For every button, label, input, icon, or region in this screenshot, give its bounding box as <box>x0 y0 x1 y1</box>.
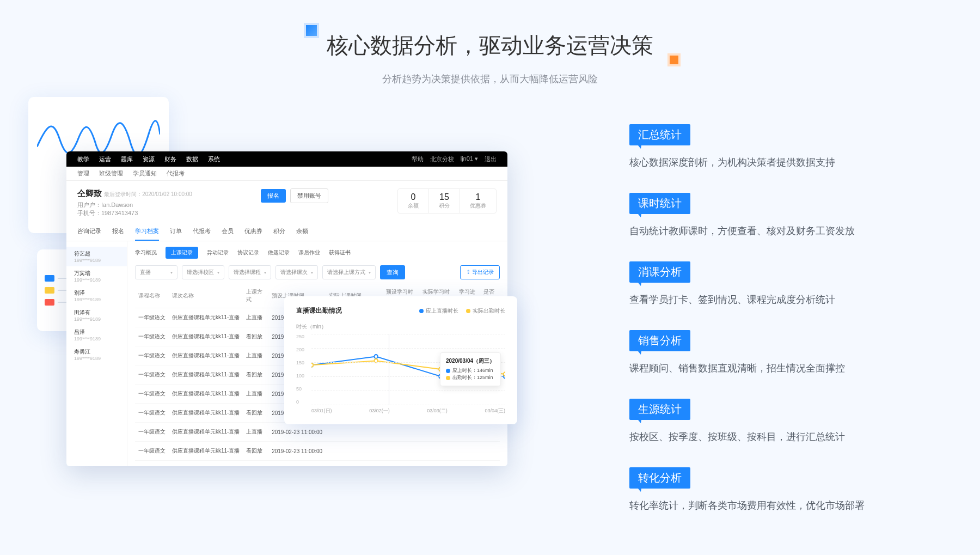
table-cell: 上直播 <box>243 308 268 327</box>
table-cell: 供应直播课程单元kk11-直播 <box>169 385 243 404</box>
table-cell: 一年级语文 <box>135 308 169 327</box>
tab-5[interactable]: 会员 <box>222 223 234 241</box>
tab-2[interactable]: 学习档案 <box>135 223 159 241</box>
table-header: 上课方式 <box>243 284 268 308</box>
table-cell: 供应直播课程单元kk11-直播 <box>169 365 243 385</box>
table-cell: 供应直播课程单元kk11-直播 <box>169 346 243 365</box>
topnav-item[interactable]: 教学 <box>77 155 89 163</box>
feature-desc: 自动统计教师课时，方便查看、核对及财务工资发放 <box>629 224 934 239</box>
subnav-item[interactable]: 学员通知 <box>133 169 157 178</box>
table-cell: 2019-02-23 11:00:00 <box>268 442 326 461</box>
feature-desc: 转化率统计，判断各类市场费用有效性，优化市场部署 <box>629 498 934 513</box>
plot-area: 2020/03/04（周三） 应上时长：146min 出勤时长：125min <box>311 334 505 405</box>
tab-3[interactable]: 订单 <box>170 223 182 241</box>
pill-tab[interactable]: 学习概况 <box>135 249 157 257</box>
tab-8[interactable]: 余额 <box>296 223 308 241</box>
stat-block: 0余额 <box>398 189 429 213</box>
table-header: 课程名称 <box>135 284 169 308</box>
table-cell: 供应直播课程单元kk11-直播 <box>169 423 243 442</box>
feature-tag: 汇总统计 <box>629 124 690 145</box>
pill-tab[interactable]: 做题记录 <box>268 249 290 257</box>
feature-tag: 销售分析 <box>629 330 690 351</box>
sidebar-student[interactable]: 符艺超199****9189 <box>66 247 127 266</box>
disable-account-button[interactable]: 禁用账号 <box>290 188 328 203</box>
profile-row: 仝卿致 最后登录时间：2020/01/02 10:00:00 用户户：Ian.D… <box>66 181 507 223</box>
filter-select[interactable]: 请选择课次 <box>275 265 318 279</box>
table-cell: 供应直播课程单元kk11-直播 <box>169 327 243 346</box>
pill-tab[interactable]: 协议记录 <box>237 249 259 257</box>
table-cell: 看回放 <box>243 404 268 423</box>
table-row[interactable]: 一年级语文供应直播课程单元kk11-直播看回放2019-02-23 11:00:… <box>135 442 500 461</box>
tab-7[interactable]: 积分 <box>273 223 285 241</box>
pill-tab[interactable]: 课后作业 <box>298 249 320 257</box>
table-cell <box>326 423 383 442</box>
sidebar-student[interactable]: 昌泽199****9189 <box>66 325 127 345</box>
hero-title: 核心数据分析，驱动业务运营决策 <box>299 0 681 60</box>
feature-desc: 按校区、按季度、按班级、按科目，进行汇总统计 <box>629 430 934 444</box>
table-cell: 上直播 <box>243 346 268 365</box>
filter-select[interactable]: 请选择上课方式 <box>322 265 376 279</box>
table-cell: 供应直播课程单元kk11-直播 <box>169 308 243 327</box>
subnav-item[interactable]: 代报考 <box>167 169 185 178</box>
export-button[interactable]: ⇪ 导出记录 <box>460 265 500 279</box>
topnav-right-item[interactable]: 退出 <box>485 155 497 163</box>
filter-select[interactable]: 直播 <box>135 265 177 279</box>
stat-block: 15积分 <box>429 189 460 213</box>
y-tick: 50 <box>296 386 304 392</box>
table-cell: 看回放 <box>243 442 268 461</box>
feature-desc: 查看学员打卡、签到情况、课程完成度分析统计 <box>629 292 934 307</box>
y-tick: 200 <box>296 347 304 352</box>
student-name: 仝卿致 最后登录时间：2020/01/02 10:00:00 <box>77 188 192 199</box>
grid-line <box>311 405 505 405</box>
topnav-item[interactable]: 题库 <box>121 155 133 163</box>
table-row[interactable]: 一年级语文供应直播课程单元kk11-直播上直播2019-02-23 11:00:… <box>135 423 500 442</box>
feature-item-1: 课时统计 自动统计教师课时，方便查看、核对及财务工资发放 <box>629 193 934 239</box>
tab-4[interactable]: 代报考 <box>193 223 211 241</box>
pill-tab[interactable]: 异动记录 <box>207 249 229 257</box>
chart-tooltip: 2020/03/04（周三） 应上时长：146min 出勤时长：125min <box>440 352 501 386</box>
topnav-item[interactable]: 运营 <box>99 155 111 163</box>
chart-title: 直播课出勤情况 <box>296 306 342 315</box>
grid-line <box>311 348 505 349</box>
sidebar-student[interactable]: 万宾瑞199****9189 <box>66 266 127 286</box>
table-cell <box>419 442 456 461</box>
dashboard-composite: 教学运营题库资源财务数据系统 帮助北京分校ljn01 ▾退出 管理班级管理学员通… <box>28 97 518 446</box>
feature-desc: 核心数据深度剖析，为机构决策者提供数据支持 <box>629 155 934 170</box>
legend-series-2: 实际出勤时长 <box>466 307 505 315</box>
table-cell: 一年级语文 <box>135 404 169 423</box>
table-cell <box>326 442 383 461</box>
sidebar-student[interactable]: 寿勇江199****9189 <box>66 345 127 364</box>
hero-subtitle: 分析趋势为决策提供依据，从而大幅降低运营风险 <box>0 72 980 86</box>
topnav-item[interactable]: 系统 <box>208 155 220 163</box>
topnav-right-item[interactable]: 北京分校 <box>430 155 454 163</box>
search-button[interactable]: 查询 <box>380 265 405 279</box>
subnav-item[interactable]: 管理 <box>77 169 89 178</box>
record-tabs: 咨询记录报名学习档案订单代报考会员优惠券积分余额 <box>66 223 507 241</box>
feature-item-4: 生源统计 按校区、按季度、按班级、按科目，进行汇总统计 <box>629 399 934 444</box>
tab-0[interactable]: 咨询记录 <box>77 223 101 241</box>
filter-select[interactable]: 请选择课程 <box>229 265 271 279</box>
topnav-right-item[interactable]: 帮助 <box>412 155 424 163</box>
x-tick: 03/03(二) <box>427 407 448 414</box>
subnav-item[interactable]: 班级管理 <box>99 169 123 178</box>
feature-item-5: 转化分析 转化率统计，判断各类市场费用有效性，优化市场部署 <box>629 467 934 513</box>
chart-ylabel: 时长（min） <box>296 323 505 331</box>
topnav-item[interactable]: 资源 <box>143 155 155 163</box>
topnav-right-item[interactable]: ljn01 ▾ <box>461 155 478 163</box>
tab-6[interactable]: 优惠券 <box>244 223 262 241</box>
feature-tag: 消课分析 <box>629 261 690 283</box>
y-tick: 150 <box>296 360 304 365</box>
filter-select[interactable]: 请选择校区 <box>182 265 224 279</box>
enroll-button[interactable]: 报名 <box>261 189 286 203</box>
topnav-item[interactable]: 财务 <box>164 155 176 163</box>
sidebar-student[interactable]: 田泽有199****9189 <box>66 306 127 325</box>
table-cell: 一年级语文 <box>135 442 169 461</box>
student-sidebar: 符艺超199****9189万宾瑞199****9189别泽199****918… <box>66 241 127 466</box>
pill-tab[interactable]: 获得证书 <box>329 249 351 257</box>
pill-tab[interactable]: 上课记录 <box>166 247 198 259</box>
subnav: 管理班级管理学员通知代报考 <box>66 167 507 181</box>
topnav-item[interactable]: 数据 <box>186 155 198 163</box>
table-header: 课次名称 <box>169 284 243 308</box>
sidebar-student[interactable]: 别泽199****9189 <box>66 286 127 306</box>
tab-1[interactable]: 报名 <box>112 223 124 241</box>
